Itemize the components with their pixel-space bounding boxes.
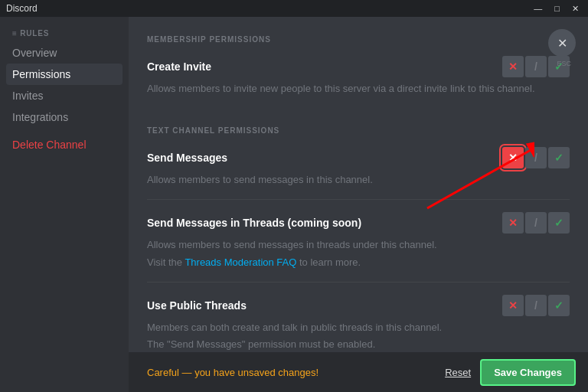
create-invite-neutral-btn[interactable]: / — [525, 56, 547, 77]
sidebar: ≡ RULES Overview Permissions Invites Int… — [0, 17, 129, 392]
send-messages-allow-btn[interactable]: ✓ — [548, 147, 570, 168]
threads-faq-link[interactable]: Threads Moderation FAQ — [185, 256, 296, 268]
use-public-threads-deny-btn[interactable]: ✕ — [502, 295, 524, 316]
send-messages-deny-btn[interactable]: ✕ — [502, 147, 524, 168]
send-messages-neutral-btn[interactable]: / — [525, 147, 547, 168]
sidebar-section-label: ≡ RULES — [6, 29, 122, 38]
send-messages-header: Send Messages ✕ / ✓ — [147, 147, 570, 168]
text-section-title: TEXT CHANNEL PERMISSIONS — [147, 126, 570, 135]
permission-create-invite-header: Create Invite ✕ / ✓ — [147, 56, 570, 77]
sidebar-item-permissions[interactable]: Permissions — [6, 64, 122, 85]
content-inner: MEMBERSHIP PERMISSIONS Create Invite ✕ /… — [129, 17, 588, 392]
sidebar-item-integrations[interactable]: Integrations — [6, 106, 122, 128]
create-invite-desc: Allows members to invite new people to t… — [147, 82, 570, 96]
sidebar-item-overview[interactable]: Overview — [6, 42, 122, 64]
create-invite-deny-btn[interactable]: ✕ — [502, 56, 524, 77]
sidebar-label-permissions: Permissions — [12, 68, 70, 80]
send-messages-threads-toggle-group: ✕ / ✓ — [502, 212, 570, 234]
use-public-threads-toggle-group: ✕ / ✓ — [502, 295, 570, 316]
close-button[interactable]: ✕ — [548, 29, 576, 57]
send-messages-desc: Allows members to send messages in this … — [147, 173, 570, 187]
membership-section-title: MEMBERSHIP PERMISSIONS — [147, 35, 570, 44]
send-messages-threads-neutral-btn[interactable]: / — [525, 212, 547, 234]
membership-permissions-section: MEMBERSHIP PERMISSIONS Create Invite ✕ /… — [147, 35, 570, 108]
send-messages-threads-desc: Allows members to send messages in threa… — [147, 238, 570, 252]
use-public-threads-desc2: The "Send Messages" permission must be e… — [147, 338, 570, 351]
titlebar-controls: — □ ✕ — [531, 4, 582, 14]
use-public-threads-desc1: Members can both create and talk in publ… — [147, 321, 570, 335]
send-messages-threads-allow-btn[interactable]: ✓ — [548, 212, 570, 234]
titlebar-close-button[interactable]: ✕ — [569, 4, 582, 14]
sidebar-label-invites: Invites — [12, 90, 43, 102]
sidebar-item-delete-channel[interactable]: Delete Channel — [6, 134, 122, 155]
send-messages-threads-deny-btn[interactable]: ✕ — [502, 212, 524, 234]
sidebar-item-invites[interactable]: Invites — [6, 85, 122, 106]
titlebar-title: Discord — [6, 3, 38, 14]
use-public-threads-name: Use Public Threads — [147, 299, 247, 312]
sidebar-label-overview: Overview — [12, 47, 57, 59]
save-changes-button[interactable]: Save Changes — [480, 359, 576, 386]
reset-button[interactable]: Reset — [445, 367, 471, 378]
esc-label: ESC — [557, 60, 571, 67]
send-messages-threads-header: Send Messages in Threads (coming soon) ✕… — [147, 212, 570, 234]
send-messages-threads-name: Send Messages in Threads (coming soon) — [147, 217, 361, 229]
create-invite-name: Create Invite — [147, 60, 211, 73]
use-public-threads-allow-btn[interactable]: ✓ — [548, 295, 570, 316]
maximize-button[interactable]: □ — [551, 4, 563, 14]
sidebar-label-delete-channel: Delete Channel — [12, 139, 87, 151]
permission-send-messages-threads: Send Messages in Threads (coming soon) ✕… — [147, 212, 570, 282]
send-messages-threads-link-desc: Visit the Threads Moderation FAQ to lear… — [147, 256, 570, 270]
app-body: ≡ RULES Overview Permissions Invites Int… — [0, 17, 588, 392]
main-content: MEMBERSHIP PERMISSIONS Create Invite ✕ /… — [129, 17, 588, 392]
use-public-threads-neutral-btn[interactable]: / — [525, 295, 547, 316]
minimize-button[interactable]: — — [531, 4, 545, 14]
send-messages-toggle-group: ✕ / ✓ — [502, 147, 570, 168]
permission-send-messages: Send Messages ✕ / ✓ Allows members to se… — [147, 147, 570, 200]
use-public-threads-header: Use Public Threads ✕ / ✓ — [147, 295, 570, 316]
titlebar: Discord — □ ✕ — [0, 0, 588, 17]
unsaved-changes-text: Careful — you have unsaved changes! — [141, 367, 436, 378]
send-messages-name: Send Messages — [147, 152, 227, 164]
sidebar-label-integrations: Integrations — [12, 111, 68, 123]
bottom-bar: Careful — you have unsaved changes! Rese… — [129, 352, 588, 392]
permission-create-invite: Create Invite ✕ / ✓ Allows members to in… — [147, 56, 570, 108]
